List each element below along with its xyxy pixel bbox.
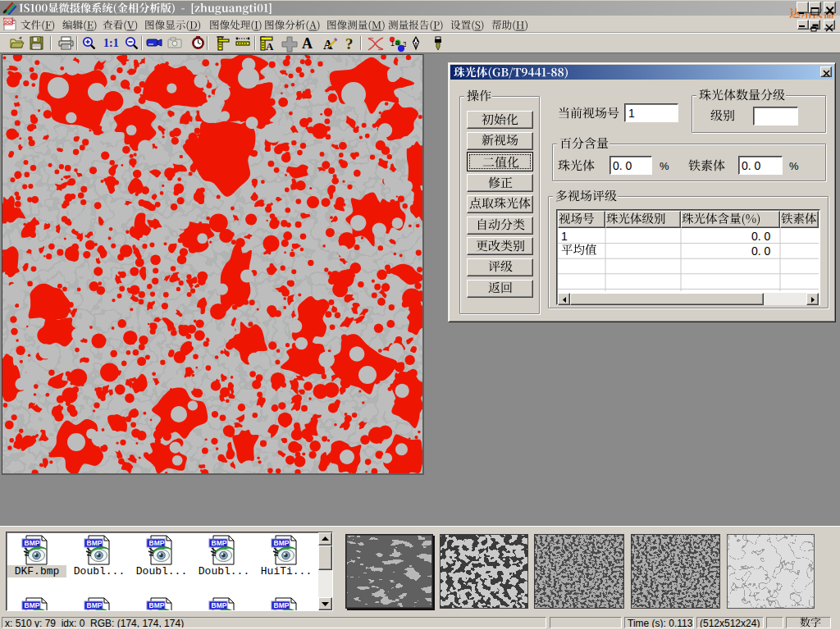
svg-text:?: ? bbox=[345, 36, 354, 52]
svg-text:1: 1 bbox=[390, 39, 395, 48]
svg-text:3: 3 bbox=[403, 40, 406, 48]
svg-text:DOC: DOC bbox=[4, 20, 16, 25]
svg-text:a: a bbox=[395, 39, 399, 47]
svg-text:A: A bbox=[266, 40, 274, 51]
svg-text:1:1: 1:1 bbox=[103, 37, 119, 49]
svg-text:A: A bbox=[302, 36, 313, 51]
